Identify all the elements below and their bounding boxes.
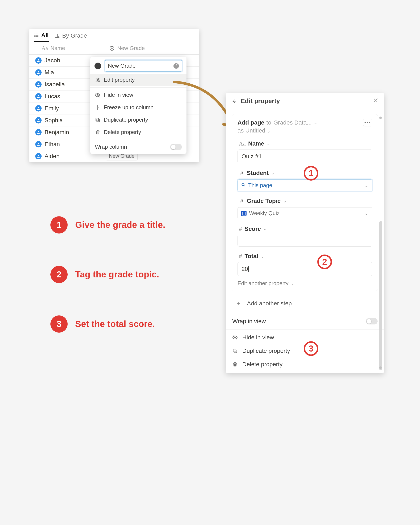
svg-point-4: [38, 95, 39, 96]
person-icon: [35, 57, 42, 64]
person-icon: [35, 117, 42, 123]
eye-off-icon: [232, 334, 238, 341]
svg-point-5: [38, 107, 39, 108]
sliders-icon: [95, 77, 100, 83]
svg-point-11: [97, 79, 98, 80]
field-label-total[interactable]: # Total⌄: [237, 253, 372, 260]
back-arrow-icon[interactable]: [231, 98, 237, 104]
plus-icon: ＋: [235, 299, 242, 308]
chevron-down-icon: ⌄: [364, 210, 369, 216]
student-select[interactable]: This page ⌄: [237, 179, 372, 191]
info-icon: i: [173, 63, 179, 69]
search-icon: [241, 182, 246, 188]
step-badge-1: 1: [50, 216, 68, 234]
instruction-steps: 1Give the grade a title. 2Tag the grade …: [50, 216, 165, 365]
svg-point-1: [38, 59, 39, 60]
toggle-off[interactable]: [366, 318, 378, 324]
total-input[interactable]: 20: [237, 262, 372, 276]
plus-badge-icon: +: [94, 63, 101, 69]
copy-icon: [95, 117, 100, 123]
step-text-3: Set the total score.: [75, 319, 155, 329]
svg-point-10: [98, 78, 99, 79]
menu-edit-property[interactable]: Edit property: [90, 74, 187, 86]
copy-icon: [232, 348, 238, 354]
menu-freeze-column[interactable]: Freeze up to column: [90, 101, 187, 114]
name-input[interactable]: Quiz #1: [237, 150, 372, 163]
person-icon: [35, 129, 42, 135]
svg-point-7: [38, 131, 39, 132]
svg-rect-14: [97, 119, 100, 122]
tab-all-label: All: [41, 32, 49, 39]
callout-2: 2: [317, 254, 332, 269]
trash-icon: [232, 361, 238, 367]
svg-rect-19: [233, 349, 236, 352]
person-icon: [35, 69, 42, 75]
score-input[interactable]: [237, 235, 372, 246]
list-icon: [34, 33, 39, 38]
toggle-off[interactable]: [170, 144, 182, 150]
column-header-new-grade[interactable]: New Grade: [105, 42, 199, 54]
trash-icon: [95, 130, 100, 135]
chevron-down-icon[interactable]: ⌄: [267, 129, 271, 133]
step-badge-3: 3: [50, 315, 68, 333]
column-context-menu: + New Grade i Edit property Hide in view…: [90, 57, 187, 154]
book-icon: [241, 211, 247, 216]
action-hide-in-view[interactable]: Hide in view: [226, 331, 384, 344]
bar-chart-icon: [55, 33, 60, 38]
close-icon[interactable]: [373, 97, 378, 104]
grade-topic-select[interactable]: Weekly Quiz ⌄: [237, 207, 372, 219]
person-icon: [35, 105, 42, 112]
svg-point-2: [38, 71, 39, 73]
plus-circle-icon: [109, 46, 115, 51]
step-badge-2: 2: [50, 266, 68, 283]
svg-point-3: [38, 83, 39, 84]
wrap-in-view-row[interactable]: Wrap in view: [226, 313, 384, 329]
column-header-name[interactable]: Aa Name: [29, 42, 105, 54]
step-text-1: Give the grade a title.: [75, 220, 165, 230]
pin-icon: [95, 105, 100, 110]
svg-rect-15: [96, 118, 99, 121]
column-name-input[interactable]: New Grade i: [105, 60, 182, 72]
chevron-down-icon[interactable]: ⌄: [314, 120, 317, 125]
callout-3: 3: [304, 341, 318, 356]
relation-icon: [239, 170, 244, 176]
menu-wrap-column[interactable]: Wrap column: [90, 141, 187, 153]
action-delete-property[interactable]: Delete property: [226, 358, 384, 371]
person-icon: [35, 153, 42, 159]
field-label-score[interactable]: # Score⌄: [237, 225, 372, 232]
edit-another-property[interactable]: Edit another property⌄: [237, 280, 372, 287]
button-action-card: Add page to Grades Data... ⌄ ••• as Unti…: [232, 114, 378, 291]
menu-hide-in-view[interactable]: Hide in view: [90, 89, 187, 101]
tab-all[interactable]: All: [34, 32, 49, 42]
add-another-step[interactable]: ＋ Add another step: [226, 294, 384, 313]
tab-by-grade[interactable]: By Grade: [55, 32, 87, 42]
target-db[interactable]: Grades Data...: [273, 119, 312, 126]
edit-property-panel: Edit property Add page to Grades Data...…: [226, 93, 384, 373]
step-text-2: Tag the grade topic.: [75, 269, 159, 280]
svg-point-6: [38, 119, 39, 120]
eye-off-icon: [95, 92, 100, 98]
person-icon: [35, 141, 42, 147]
svg-point-9: [38, 155, 39, 156]
field-label-grade-topic[interactable]: Grade Topic⌄: [237, 198, 372, 204]
more-button[interactable]: •••: [363, 119, 372, 126]
page-title-untitled[interactable]: Untitled: [245, 127, 265, 134]
text-caret: [248, 266, 249, 272]
person-icon: [35, 81, 42, 88]
menu-duplicate-property[interactable]: Duplicate property: [90, 114, 187, 126]
person-icon: [35, 93, 42, 100]
field-label-name[interactable]: Aa Name⌄: [237, 140, 372, 147]
svg-rect-18: [234, 350, 237, 353]
tab-by-grade-label: By Grade: [62, 32, 87, 39]
callout-1: 1: [304, 166, 318, 181]
svg-point-8: [38, 143, 39, 144]
panel-title: Edit property: [241, 97, 280, 104]
chevron-down-icon: ⌄: [364, 182, 369, 188]
relation-icon: [239, 198, 244, 204]
menu-delete-property[interactable]: Delete property: [90, 126, 187, 138]
